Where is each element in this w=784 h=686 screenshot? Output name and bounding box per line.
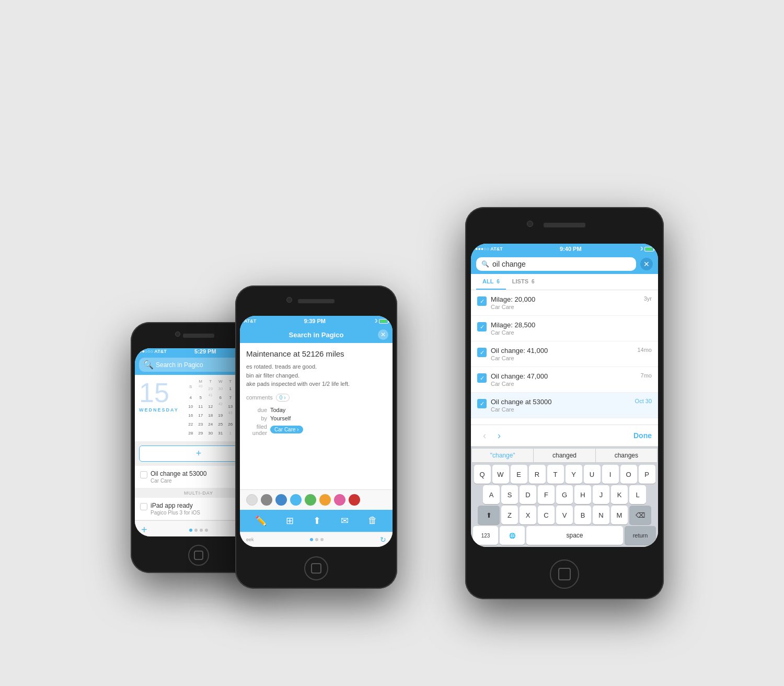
tab-lists[interactable]: LISTS 6 [506,274,541,290]
key-y[interactable]: Y [566,465,582,484]
phone1-search-field[interactable]: 🔍 Search in Pagico [139,358,248,372]
phone3-status-bar: ●●●○○ AT&T 9:40 PM ☽ [471,244,658,254]
trash-icon[interactable]: 🗑 [368,515,377,527]
key-e[interactable]: E [511,465,527,484]
key-c[interactable]: C [538,506,555,524]
keyboard-row-2: A S D F G H J K L [472,485,657,504]
phone1-home-button[interactable] [188,545,209,566]
task-title: Oil change at 53000 [151,470,245,477]
week-label: eek [246,537,254,542]
result-checkbox-5[interactable]: ✓ [477,399,487,408]
shift-key[interactable]: ⬆ [478,506,500,524]
clear-search-button[interactable]: ✕ [640,258,653,270]
result-checkbox-4[interactable]: ✓ [477,373,487,383]
dot-2[interactable] [194,529,198,532]
key-t[interactable]: T [547,465,564,484]
key-h[interactable]: H [574,485,591,504]
comments-label: comments [246,394,273,401]
color-blue[interactable] [275,494,287,506]
key-u[interactable]: U [584,465,601,484]
key-f[interactable]: F [538,485,555,504]
color-red[interactable] [349,494,360,506]
dot-3[interactable] [200,529,203,532]
p2-dot-3[interactable] [320,538,324,541]
result-item-milage-28500[interactable]: ✓ Milage: 28,500 Car Care [471,316,658,341]
color-light-blue[interactable] [290,494,302,506]
color-gray[interactable] [261,494,272,506]
key-r[interactable]: R [529,465,546,484]
nav-prev-button[interactable]: ‹ [477,428,492,443]
result-checkbox-2[interactable]: ✓ [477,322,487,331]
color-pink[interactable] [334,494,345,506]
task-checkbox-ipad[interactable] [140,503,147,510]
return-key[interactable]: return [625,526,656,545]
result-item-oil-47000[interactable]: ✓ Oil change: 47,000 Car Care 7mo [471,367,658,393]
key-b[interactable]: B [574,506,591,524]
key-v[interactable]: V [556,506,573,524]
key-g[interactable]: G [556,485,573,504]
result-item-milage-20000[interactable]: ✓ Milage: 20,000 Car Care 3yr [471,290,658,316]
keyboard: "change" changed changes Q W E R T Y U I [471,447,658,547]
space-key[interactable]: space [526,526,623,545]
key-z[interactable]: Z [501,506,518,524]
done-button[interactable]: Done [633,431,652,440]
refresh-icon-2[interactable]: ↻ [380,535,386,544]
dot-1[interactable] [189,529,192,532]
color-none[interactable] [246,494,258,506]
p2-dot-2[interactable] [315,538,318,541]
phone2-home-button[interactable] [304,556,328,580]
key-l[interactable]: L [629,485,646,504]
result-checkbox-1[interactable]: ✓ [477,296,487,306]
dot-4[interactable] [205,529,208,532]
result-item-oil-41000[interactable]: ✓ Oil change: 41,000 Car Care 14mo [471,341,658,367]
add-task-icon[interactable]: ⊞ [286,515,294,527]
suggestion-changes[interactable]: changes [596,449,657,462]
phone3-search-bar[interactable]: 🔍 oil change ✕ [471,254,658,274]
result-checkbox-3[interactable]: ✓ [477,348,487,357]
key-o[interactable]: O [620,465,637,484]
key-j[interactable]: J [593,485,609,504]
edit-icon[interactable]: ✏️ [255,515,267,527]
key-m[interactable]: M [611,506,628,524]
add-icon-bottom[interactable]: + [141,524,147,536]
phone3-screen: ●●●○○ AT&T 9:40 PM ☽ 🔍 oil change [471,244,658,547]
globe-key[interactable]: 🌐 [500,526,525,545]
close-button[interactable]: ✕ [378,329,388,340]
task-checkbox[interactable] [140,471,147,478]
comments-badge[interactable]: 0 › [276,394,290,402]
suggestion-change-quoted[interactable]: "change" [472,449,534,462]
task-subtitle: Car Care [151,478,245,484]
keyboard-bottom-row: 123 🌐 space return [472,526,657,545]
key-i[interactable]: I [602,465,619,484]
phone3-search-field[interactable]: 🔍 oil change [476,257,636,271]
phone-large: ●●●○○ AT&T 9:40 PM ☽ 🔍 oil change [465,207,664,599]
task-subtitle-ipad: Pagico Plus 3 for iOS [151,510,232,516]
color-orange[interactable] [319,494,331,506]
phone1-carrier: ●●○○○ AT&T [139,349,167,354]
phone2-status-bar: AT&T 9:39 PM ☽ [240,316,393,326]
number-key[interactable]: 123 [473,526,498,545]
p2-dot-1[interactable] [310,538,313,541]
result-sub-1: Car Care [491,304,640,310]
delete-key[interactable]: ⌫ [629,506,651,524]
key-d[interactable]: D [520,485,536,504]
key-q[interactable]: Q [474,465,491,484]
phone1-speaker [183,334,214,338]
key-p[interactable]: P [639,465,655,484]
phone3-home-button[interactable] [550,559,579,589]
result-item-oil-53000[interactable]: ✓ Oil change at 53000 Car Care Oct 30 [471,393,658,418]
nav-next-button[interactable]: › [492,428,506,443]
key-a[interactable]: A [483,485,500,504]
share-icon[interactable]: ⬆ [313,515,321,527]
color-green[interactable] [305,494,316,506]
key-w[interactable]: W [492,465,509,484]
key-x[interactable]: X [520,506,536,524]
key-k[interactable]: K [611,485,628,504]
key-s[interactable]: S [501,485,518,504]
tab-all[interactable]: ALL 6 [476,274,506,290]
filed-under-link[interactable]: Car Care › [270,426,303,433]
phone2-task-notes: es rotated. treads are good. bin air fil… [246,362,386,388]
suggestion-changed[interactable]: changed [534,449,595,462]
mail-icon[interactable]: ✉ [341,515,349,527]
key-n[interactable]: N [593,506,609,524]
